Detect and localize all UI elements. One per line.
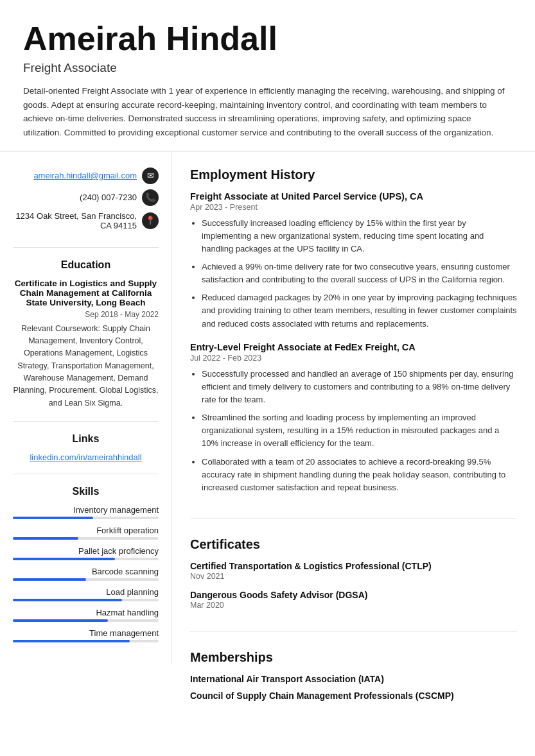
job-bullet: Successfully processed and handled an av… <box>202 368 517 406</box>
certificate-item: Certified Transportation & Logistics Pro… <box>190 561 517 581</box>
certificate-item: Dangerous Goods Safety Advisor (DGSA) Ma… <box>190 590 517 610</box>
skill-name: Barcode scanning <box>13 567 159 576</box>
location-icon: 📍 <box>142 212 159 229</box>
memberships-list: International Air Transport Association … <box>190 674 517 701</box>
coursework-label: Relevant Coursework: <box>21 324 100 333</box>
memberships-section: Memberships International Air Transport … <box>190 650 517 720</box>
education-degree: Certificate in Logistics and Supply Chai… <box>13 279 159 307</box>
skill-name: Hazmat handling <box>13 608 159 617</box>
certificates-list: Certified Transportation & Logistics Pro… <box>190 561 517 610</box>
education-section-title: Education <box>13 259 159 271</box>
job-bullets-list: Successfully increased loading efficienc… <box>190 217 517 331</box>
candidate-summary: Detail-oriented Freight Associate with 1… <box>23 84 512 139</box>
skill-item: Pallet jack proficiency <box>13 546 159 560</box>
contact-section: ameirah.hindall@gmail.com ✉ (240) 007-72… <box>13 168 159 248</box>
skill-item: Time management <box>13 628 159 642</box>
membership-item: International Air Transport Association … <box>190 674 517 684</box>
skill-bar-background <box>13 537 159 540</box>
candidate-name: Ameirah Hindall <box>23 21 512 57</box>
email-contact: ameirah.hindall@gmail.com ✉ <box>13 168 159 184</box>
job-entry: Entry-Level Freight Associate at FedEx F… <box>190 342 517 494</box>
phone-text: (240) 007-7230 <box>80 193 137 202</box>
main-layout: ameirah.hindall@gmail.com ✉ (240) 007-72… <box>0 152 535 753</box>
skill-bar-fill <box>13 537 78 540</box>
job-entry: Freight Associate at United Parcel Servi… <box>190 191 517 331</box>
education-section: Education Certificate in Logistics and S… <box>13 259 159 422</box>
skill-bar-background <box>13 517 159 519</box>
job-bullet: Streamlined the sorting and loading proc… <box>202 411 517 450</box>
employment-section: Employment History Freight Associate at … <box>190 168 517 519</box>
phone-contact: (240) 007-7230 📞 <box>13 189 159 206</box>
linkedin-url[interactable]: linkedin.com/in/ameirahhindall <box>30 452 141 462</box>
skill-item: Inventory management <box>13 505 159 519</box>
email-icon: ✉ <box>142 168 159 184</box>
address-text: 1234 Oak Street, San Francisco, CA 94115 <box>13 211 137 230</box>
job-dates: Jul 2022 - Feb 2023 <box>190 354 517 363</box>
skill-item: Barcode scanning <box>13 567 159 581</box>
skill-bar-background <box>13 619 159 622</box>
job-title: Entry-Level Freight Associate at FedEx F… <box>190 342 517 352</box>
skills-list: Inventory management Forklift operation … <box>13 505 159 642</box>
job-bullet: Reduced damaged packages by 20% in one y… <box>202 291 517 330</box>
employment-section-title: Employment History <box>190 168 517 182</box>
skills-section-title: Skills <box>13 486 159 497</box>
linkedin-link[interactable]: linkedin.com/in/ameirahhindall <box>13 452 159 462</box>
education-dates: Sep 2018 - May 2022 <box>13 310 159 319</box>
skill-item: Forklift operation <box>13 526 159 540</box>
skill-name: Pallet jack proficiency <box>13 546 159 556</box>
certificates-section: Certificates Certified Transportation & … <box>190 537 517 632</box>
job-bullet: Successfully increased loading efficienc… <box>202 217 517 255</box>
links-section-title: Links <box>13 433 159 445</box>
coursework-text: Supply Chain Management, Inventory Contr… <box>13 324 159 408</box>
skills-section: Skills Inventory management Forklift ope… <box>13 486 159 642</box>
header-section: Ameirah Hindall Freight Associate Detail… <box>0 0 535 152</box>
skill-bar-fill <box>13 619 108 622</box>
skill-item: Load planning <box>13 587 159 601</box>
skill-name: Load planning <box>13 587 159 597</box>
phone-icon: 📞 <box>142 189 159 206</box>
skill-bar-fill <box>13 599 122 601</box>
skill-name: Time management <box>13 628 159 638</box>
cert-name: Certified Transportation & Logistics Pro… <box>190 561 517 571</box>
left-column: ameirah.hindall@gmail.com ✉ (240) 007-72… <box>0 152 172 665</box>
certificates-section-title: Certificates <box>190 537 517 552</box>
jobs-list: Freight Associate at United Parcel Servi… <box>190 191 517 494</box>
job-bullet: Collaborated with a team of 20 associate… <box>202 456 517 494</box>
skill-bar-background <box>13 558 159 560</box>
memberships-section-title: Memberships <box>190 650 517 665</box>
job-bullet: Achieved a 99% on-time delivery rate for… <box>202 261 517 286</box>
job-bullets-list: Successfully processed and handled an av… <box>190 368 517 494</box>
cert-name: Dangerous Goods Safety Advisor (DGSA) <box>190 590 517 600</box>
skill-bar-background <box>13 578 159 581</box>
address-contact: 1234 Oak Street, San Francisco, CA 94115… <box>13 211 159 230</box>
skill-name: Forklift operation <box>13 526 159 535</box>
skill-name: Inventory management <box>13 505 159 515</box>
skill-item: Hazmat handling <box>13 608 159 622</box>
skill-bar-background <box>13 640 159 642</box>
job-dates: Apr 2023 - Present <box>190 203 517 212</box>
skill-bar-fill <box>13 517 93 519</box>
cert-date: Mar 2020 <box>190 601 517 610</box>
skill-bar-background <box>13 599 159 601</box>
membership-item: Council of Supply Chain Management Profe… <box>190 691 517 701</box>
skill-bar-fill <box>13 640 130 642</box>
candidate-title: Freight Associate <box>23 61 512 75</box>
links-section: Links linkedin.com/in/ameirahhindall <box>13 433 159 474</box>
cert-date: Nov 2021 <box>190 572 517 581</box>
right-column: Employment History Freight Associate at … <box>172 152 535 753</box>
education-coursework: Relevant Coursework: Supply Chain Manage… <box>13 323 159 410</box>
email-text[interactable]: ameirah.hindall@gmail.com <box>33 171 137 180</box>
job-title: Freight Associate at United Parcel Servi… <box>190 191 517 202</box>
skill-bar-fill <box>13 558 115 560</box>
skill-bar-fill <box>13 578 86 581</box>
